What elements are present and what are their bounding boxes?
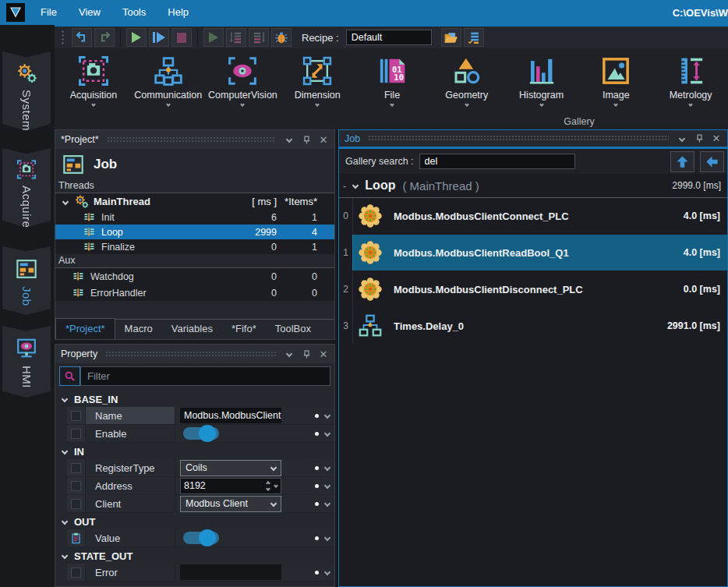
client-select[interactable]: Modbus Client bbox=[180, 496, 281, 512]
chevron-down-icon[interactable] bbox=[390, 102, 394, 107]
run-once-button[interactable] bbox=[203, 28, 224, 47]
property-row-client[interactable]: Client Modbus Client bbox=[67, 495, 334, 513]
enable-toggle[interactable] bbox=[183, 427, 219, 440]
menu-view[interactable]: View bbox=[68, 0, 111, 25]
close-button[interactable]: ✕ bbox=[318, 134, 329, 145]
step-over-button[interactable] bbox=[249, 28, 269, 47]
property-row-registertype[interactable]: RegisterType Coils bbox=[67, 459, 334, 477]
thread-row-init[interactable]: Init 6 1 bbox=[55, 210, 334, 225]
gallery-search-input[interactable] bbox=[419, 154, 575, 169]
collapse-minus[interactable]: - bbox=[343, 180, 346, 192]
chevron-down-icon[interactable] bbox=[539, 102, 544, 107]
tab-fifo[interactable]: *Fifo* bbox=[222, 320, 266, 339]
close-button[interactable]: ✕ bbox=[318, 348, 329, 359]
registertype-select[interactable]: Coils bbox=[180, 460, 281, 476]
checkbox[interactable] bbox=[71, 463, 81, 473]
chevron-down-icon[interactable] bbox=[274, 483, 278, 488]
panel-drag-texture[interactable] bbox=[105, 351, 276, 358]
filter-input[interactable] bbox=[80, 366, 330, 386]
row-checkbox-cell[interactable] bbox=[67, 425, 86, 442]
chevron-down-icon[interactable] bbox=[324, 483, 330, 489]
chevron-down-icon[interactable] bbox=[465, 102, 469, 107]
thread-row-mainthread[interactable]: MainThread [ ms ] *Items* bbox=[55, 193, 334, 210]
sidebar-tab-acquire[interactable]: Acquire bbox=[2, 148, 51, 228]
chevron-down-icon[interactable] bbox=[166, 102, 171, 107]
recipe-input[interactable] bbox=[346, 30, 432, 45]
gallery-item-image[interactable]: Image bbox=[578, 55, 653, 106]
run-button[interactable] bbox=[126, 28, 147, 47]
section-base-in[interactable]: BASE_IN bbox=[55, 391, 334, 407]
menu-tools[interactable]: Tools bbox=[111, 0, 157, 25]
address-spinner[interactable]: 8192 bbox=[180, 478, 281, 494]
gallery-item-computervision[interactable]: ComputerVision bbox=[206, 55, 281, 106]
step-into-button[interactable] bbox=[226, 28, 246, 47]
property-row-value[interactable]: Value bbox=[67, 529, 334, 547]
redo-button[interactable] bbox=[94, 28, 115, 47]
panel-menu-button[interactable] bbox=[677, 133, 687, 144]
move-back-button[interactable] bbox=[700, 151, 724, 172]
row-checkbox-cell[interactable] bbox=[67, 407, 86, 424]
tab-variables[interactable]: Variables bbox=[162, 320, 222, 339]
row-checkbox-cell[interactable] bbox=[67, 495, 86, 512]
row-checkbox-cell[interactable] bbox=[67, 477, 86, 494]
tab-macro[interactable]: Macro bbox=[115, 320, 162, 339]
aux-row-watchdog[interactable]: Watchdog 0 0 bbox=[55, 268, 334, 285]
chevron-down-icon[interactable] bbox=[315, 102, 320, 107]
job-item-delay[interactable]: 3 Times.Delay_0 2991.0 [ms] bbox=[339, 308, 727, 344]
menu-help[interactable]: Help bbox=[157, 0, 200, 25]
row-checkbox-cell[interactable] bbox=[67, 564, 86, 581]
chevron-down-icon[interactable] bbox=[91, 102, 96, 107]
chevron-down-icon[interactable] bbox=[324, 412, 330, 419]
section-out[interactable]: OUT bbox=[55, 513, 334, 529]
chevron-down-icon[interactable] bbox=[324, 430, 330, 437]
row-checkbox-cell[interactable] bbox=[67, 459, 86, 476]
panel-menu-button[interactable] bbox=[284, 348, 295, 359]
job-item-readbool[interactable]: 1 Modbus.ModbusClientReadBool_Q1 4.0 [ms… bbox=[339, 235, 727, 271]
pin-button[interactable] bbox=[694, 133, 705, 144]
job-item-connect[interactable]: 0 Modbus.ModbusClientConnect_PLC 4.0 [ms… bbox=[339, 198, 727, 234]
property-row-name[interactable]: Name Modbus.ModbusClientReadBool_Q1 bbox=[67, 407, 334, 425]
step-run-button[interactable] bbox=[149, 28, 169, 47]
property-row-enable[interactable]: Enable bbox=[67, 425, 334, 443]
section-state-out[interactable]: STATE_OUT bbox=[55, 547, 334, 564]
job-item-disconnect[interactable]: 2 Modbus.ModbusClientDisconnect_PLC 0.0 … bbox=[339, 271, 727, 307]
name-value-field[interactable]: Modbus.ModbusClientReadBool_Q1 bbox=[180, 408, 281, 423]
gallery-item-geometry[interactable]: Geometry bbox=[429, 55, 504, 106]
chevron-down-icon[interactable] bbox=[324, 535, 330, 541]
spinner-arrows[interactable] bbox=[267, 482, 270, 490]
toolbar-grip[interactable] bbox=[61, 30, 65, 45]
chevron-down-icon[interactable] bbox=[324, 569, 330, 575]
thread-row-finalize[interactable]: Finalize 0 1 bbox=[55, 239, 334, 254]
aux-row-errorhandler[interactable]: ErrorHandler 0 0 bbox=[55, 285, 334, 301]
menu-file[interactable]: File bbox=[30, 0, 68, 25]
pin-button[interactable] bbox=[301, 348, 312, 359]
panel-drag-texture[interactable] bbox=[107, 136, 276, 143]
gallery-item-acquisition[interactable]: Acquisition bbox=[56, 55, 131, 106]
debug-button[interactable] bbox=[271, 28, 292, 47]
panel-drag-texture[interactable] bbox=[368, 135, 669, 142]
chevron-down-icon[interactable] bbox=[688, 102, 693, 107]
sidebar-tab-job[interactable]: Job bbox=[2, 246, 51, 315]
gallery-item-dimension[interactable]: Dimension bbox=[280, 55, 355, 106]
stop-button[interactable] bbox=[171, 28, 192, 47]
checkbox[interactable] bbox=[71, 481, 81, 491]
expander-icon[interactable] bbox=[62, 198, 69, 204]
chevron-down-icon[interactable] bbox=[324, 465, 330, 471]
panel-menu-button[interactable] bbox=[284, 134, 295, 145]
gallery-item-file[interactable]: File bbox=[355, 55, 429, 106]
sidebar-tab-hmi[interactable]: HMI bbox=[2, 326, 51, 398]
checkbox[interactable] bbox=[71, 568, 81, 578]
property-row-error[interactable]: Error bbox=[67, 564, 334, 582]
thread-row-loop[interactable]: Loop 2999 4 bbox=[55, 225, 334, 239]
pin-button[interactable] bbox=[301, 134, 312, 145]
undo-button[interactable] bbox=[72, 28, 92, 47]
checkbox[interactable] bbox=[71, 499, 81, 509]
chevron-down-icon[interactable] bbox=[614, 102, 619, 107]
property-row-address[interactable]: Address 8192 bbox=[67, 477, 334, 495]
value-toggle[interactable] bbox=[183, 532, 219, 544]
gallery-item-communication[interactable]: Communication bbox=[131, 55, 206, 106]
sidebar-tab-system[interactable]: System bbox=[2, 51, 51, 131]
checkbox[interactable] bbox=[71, 411, 81, 421]
gallery-item-metrology[interactable]: Metrology bbox=[653, 55, 728, 106]
chevron-down-icon[interactable] bbox=[241, 102, 246, 107]
